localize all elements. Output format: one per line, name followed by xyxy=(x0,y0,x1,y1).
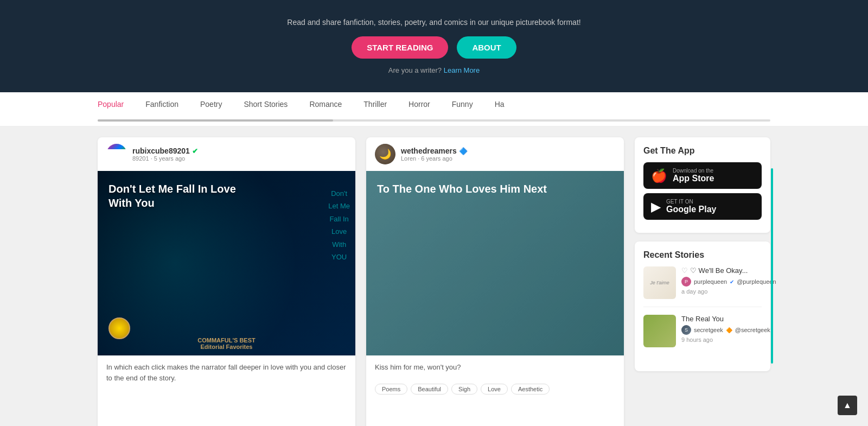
google-play-main: Google Play xyxy=(666,205,716,214)
app-store-button[interactable]: 🍎 Download on the App Store xyxy=(643,162,762,189)
card-1-tags xyxy=(98,390,355,402)
nav-tab-short-stories[interactable]: Short Stories xyxy=(244,100,288,115)
recent-username-1: purplequeen xyxy=(694,278,727,285)
app-store-sub: Download on the xyxy=(673,168,714,174)
app-download-section: Get The App 🍎 Download on the App Store … xyxy=(635,137,770,233)
cover-overlay xyxy=(366,171,624,355)
nav-tab-thriller[interactable]: Thriller xyxy=(363,100,387,115)
apple-icon: 🍎 xyxy=(651,168,667,183)
recent-avatar-1: P xyxy=(681,277,691,287)
story-card-1: rubixcube89201 ✔ 89201 · 5 years ago Don… xyxy=(98,137,355,426)
nav-bar: Popular Fanfiction Poetry Short Stories … xyxy=(0,92,868,126)
recent-story-2[interactable]: The Real You S secretgeek 🔶 @secretgeek … xyxy=(643,315,762,355)
recent-story-2-info: The Real You S secretgeek 🔶 @secretgeek … xyxy=(681,315,770,347)
card-1-user-info: rubixcube89201 ✔ 89201 · 5 years ago xyxy=(132,147,198,162)
tag-beautiful[interactable]: Beautiful xyxy=(411,384,448,395)
recent-username-2: secretgeek xyxy=(694,327,723,333)
recent-story-2-user: S secretgeek 🔶 @secretgeek xyxy=(681,325,770,335)
google-play-sub: GET IT ON xyxy=(666,199,716,205)
card-2-tags: Poems Beautiful Sigh Love Aesthetic xyxy=(366,379,624,402)
recent-story-2-title: The Real You xyxy=(681,315,770,323)
card-1-header: rubixcube89201 ✔ 89201 · 5 years ago xyxy=(98,137,355,171)
about-button[interactable]: ABOUT xyxy=(457,36,516,59)
teal-accent-bar xyxy=(771,168,773,364)
writer-cta: Are you a writer? Learn More xyxy=(388,66,480,74)
card-2-header: 🌙 wethedreamers 🔷 Loren · 6 years ago xyxy=(366,137,624,171)
nav-tabs: Popular Fanfiction Poetry Short Stories … xyxy=(98,92,770,115)
tag-aesthetic[interactable]: Aesthetic xyxy=(511,384,550,395)
tag-sigh[interactable]: Sigh xyxy=(451,384,477,395)
recent-handle-1: @purplequeen xyxy=(737,278,776,285)
story-card-2: 🌙 wethedreamers 🔷 Loren · 6 years ago To… xyxy=(366,137,624,426)
writer-label: Are you a writer? xyxy=(388,66,442,74)
nav-tab-popular[interactable]: Popular xyxy=(98,100,124,115)
tag-poems[interactable]: Poems xyxy=(375,384,407,395)
recent-story-1-title: ♡ ♡ We'll Be Okay... xyxy=(681,266,776,275)
verified-icon-2: 🔷 xyxy=(459,147,468,155)
hero-banner: Read and share fanfiction, stories, poet… xyxy=(0,0,868,92)
google-play-button[interactable]: ▶ GET IT ON Google Play xyxy=(643,193,762,220)
verified-icon-1: ✔ xyxy=(192,147,198,155)
recent-time-2: 9 hours ago xyxy=(681,336,770,343)
story-cover-1[interactable]: Don't Let Me Fall In Love With You Don't… xyxy=(98,171,355,355)
gold-medal-icon xyxy=(108,317,130,339)
hero-subtitle: Read and share fanfiction, stories, poet… xyxy=(287,18,580,27)
sidebar: Get The App 🍎 Download on the App Store … xyxy=(635,137,770,426)
recent-story-1-user: P purplequeen ✔ @purplequeen xyxy=(681,277,776,287)
tag-love[interactable]: Love xyxy=(481,384,508,395)
recent-handle-2: @secretgeek xyxy=(735,327,770,333)
app-store-text: Download on the App Store xyxy=(673,168,714,183)
card-2-username[interactable]: wethedreamers 🔷 xyxy=(401,147,468,155)
avatar-rubix[interactable] xyxy=(106,144,127,164)
nav-tab-ha[interactable]: Ha xyxy=(495,100,505,115)
story-title-side: Don'tLet MeFall InLoveWithYOU xyxy=(328,187,350,263)
recent-story-1[interactable]: Je t'aime ♡ ♡ We'll Be Okay... P purpleq… xyxy=(643,266,762,307)
recent-thumb-1: Je t'aime xyxy=(643,266,676,299)
recent-stories-section: Recent Stories Je t'aime ♡ ♡ We'll Be Ok… xyxy=(635,241,770,371)
nav-tab-horror[interactable]: Horror xyxy=(409,100,430,115)
start-reading-button[interactable]: START READING xyxy=(352,36,448,59)
card-1-description: In which each click makes the narrator f… xyxy=(98,355,355,390)
recent-verified-2: 🔶 xyxy=(726,327,732,333)
heart-icon: ♡ xyxy=(681,266,688,275)
nav-tab-funny[interactable]: Funny xyxy=(452,100,473,115)
app-section-title: Get The App xyxy=(643,146,762,156)
recent-thumb-2 xyxy=(643,315,676,347)
nav-tab-poetry[interactable]: Poetry xyxy=(200,100,222,115)
card-1-meta: 89201 · 5 years ago xyxy=(132,155,198,162)
commaful-badge: COMMAFUL'S BESTEditorial Favorites xyxy=(98,337,355,350)
recent-time-1: a day ago xyxy=(681,288,776,295)
recent-story-1-info: ♡ ♡ We'll Be Okay... P purplequeen ✔ @pu… xyxy=(681,266,776,299)
story-cover-2[interactable]: To The One Who Loves Him Next xyxy=(366,171,624,355)
card-1-username[interactable]: rubixcube89201 ✔ xyxy=(132,147,198,155)
google-play-icon: ▶ xyxy=(651,199,661,214)
recent-avatar-2: S xyxy=(681,325,691,335)
nav-tab-fanfiction[interactable]: Fanfiction xyxy=(145,100,178,115)
scroll-up-icon: ▲ xyxy=(843,400,852,410)
story-title-overlay-2: To The One Who Loves Him Next xyxy=(377,182,547,196)
recent-verified-1: ✔ xyxy=(730,279,734,285)
card-2-meta: Loren · 6 years ago xyxy=(401,155,468,162)
learn-more-link[interactable]: Learn More xyxy=(444,66,480,74)
nav-tab-romance[interactable]: Romance xyxy=(309,100,342,115)
nav-scroll-bar[interactable] xyxy=(98,119,770,122)
google-play-text: GET IT ON Google Play xyxy=(666,199,716,214)
avatar-dreamers[interactable]: 🌙 xyxy=(375,144,395,164)
app-store-main: App Store xyxy=(673,174,714,183)
card-2-user-info: wethedreamers 🔷 Loren · 6 years ago xyxy=(401,147,468,162)
content-area: rubixcube89201 ✔ 89201 · 5 years ago Don… xyxy=(98,137,624,426)
hero-buttons: START READING ABOUT xyxy=(352,36,516,59)
scroll-up-button[interactable]: ▲ xyxy=(838,396,857,415)
main-layout: rubixcube89201 ✔ 89201 · 5 years ago Don… xyxy=(0,126,868,426)
card-2-description: Kiss him for me, won't you? xyxy=(366,355,624,379)
avatar-dreamers-img: 🌙 xyxy=(375,144,395,164)
story-title-overlay-1: Don't Let Me Fall In Love With You xyxy=(108,182,250,210)
recent-stories-title: Recent Stories xyxy=(643,250,762,260)
nav-scroll-thumb xyxy=(98,119,333,122)
